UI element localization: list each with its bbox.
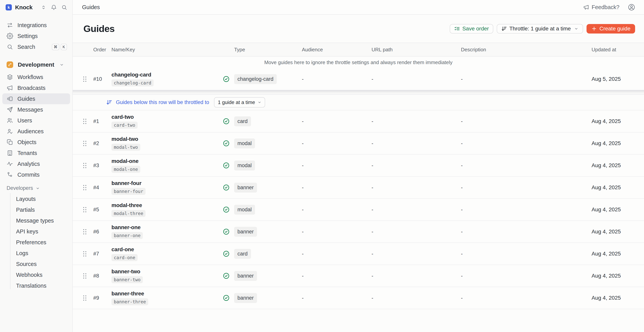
drag-handle-icon[interactable] [83,251,93,256]
sidebar-item-sources[interactable]: Sources [0,259,72,269]
guide-updated-at: Aug 4, 2025 [592,140,644,146]
feedback-button[interactable]: Feedback? [583,4,620,11]
sidebar-item-api-keys[interactable]: API keys [0,226,72,237]
guide-name[interactable]: modal-three [112,202,142,208]
sidebar-item-workflows[interactable]: Workflows [2,72,70,83]
sidebar-item-layouts[interactable]: Layouts [0,193,72,204]
sidebar-item-settings[interactable]: Settings [2,31,70,42]
sidebar-item-message-types[interactable]: Message types [0,215,72,226]
guide-table-row[interactable]: #2 modal-two modal-two modal - - - Aug 4… [73,133,644,155]
sidebar-item-label: Search [18,44,48,50]
throttle-select-value: 1 guide at a time [218,99,255,105]
drag-handle-icon[interactable] [83,77,93,82]
search-icon [6,44,13,50]
sidebar-item-analytics[interactable]: Analytics [2,158,70,169]
guide-name[interactable]: banner-two [112,268,140,275]
guide-key-badge: changelog-card [112,79,154,86]
col-name-key: Name/Key [112,47,222,53]
create-guide-button[interactable]: Create guide [586,24,635,34]
sidebar-item-logs[interactable]: Logs [0,248,72,259]
guide-name[interactable]: card-one [112,246,134,253]
drag-handle-icon[interactable] [83,119,93,124]
guide-name[interactable]: changelog-card [112,72,151,78]
guide-audience: - [302,273,372,279]
throttle-settings-button[interactable]: Throttle: 1 guide at a time [497,24,583,34]
guide-name[interactable]: modal-one [112,158,138,164]
drag-handle-icon[interactable] [83,163,93,168]
guide-description: - [461,251,592,257]
guide-table-row[interactable]: #7 card-one card-one card - - - Aug 4, 2… [73,243,644,265]
sidebar-item-preferences[interactable]: Preferences [0,237,72,248]
drag-handle-icon[interactable] [83,207,93,212]
guide-key-badge: modal-three [112,210,146,217]
breadcrumb: Guides [82,4,100,11]
megaphone-icon [6,85,13,91]
guide-name[interactable]: banner-one [112,224,140,230]
sidebar-item-guides[interactable]: Guides [2,93,70,104]
drag-handle-icon[interactable] [83,141,93,146]
save-order-button[interactable]: Save order [450,24,493,34]
topbar: Guides Feedback? [73,0,644,15]
guide-description: - [461,76,592,82]
guide-table-row[interactable]: #8 banner-two banner-two banner - - - Au… [73,265,644,287]
workspace[interactable]: k Knock [6,4,32,11]
environment-name: Development [18,61,54,68]
page-title: Guides [84,23,114,34]
guide-audience: - [302,118,372,124]
drag-handle-icon[interactable] [83,295,93,301]
chevron-down-icon [257,100,262,104]
guide-updated-at: Aug 4, 2025 [592,295,644,301]
guide-name[interactable]: modal-two [112,136,138,142]
guide-type-badge: banner [234,227,257,237]
guide-table-row[interactable]: #3 modal-one modal-one modal - - - Aug 4… [73,155,644,177]
workspace-selector-icon[interactable] [41,5,46,10]
guide-active-check-icon [222,272,234,279]
app-root: k Knock Integrations [0,0,644,332]
drag-handle-icon[interactable] [83,273,93,278]
git-commit-icon [6,171,13,178]
create-guide-label: Create guide [600,26,630,32]
guide-name[interactable]: banner-three [112,290,144,297]
sidebar-item-objects[interactable]: Objects [2,137,70,148]
guide-name[interactable]: banner-four [112,180,142,186]
guide-table-row[interactable]: #1 card-two card-two card - - - Aug 4, 2… [73,110,644,133]
guide-type-badge: modal [234,205,255,215]
environment-switcher[interactable]: Development [2,59,70,71]
guide-audience: - [302,163,372,169]
sidebar-item-integrations[interactable]: Integrations [2,20,70,31]
guide-table-row[interactable]: #5 modal-three modal-three modal - - - A… [73,199,644,221]
sidebar-item-tenants[interactable]: Tenants [2,148,70,158]
sidebar-item-broadcasts[interactable]: Broadcasts [2,83,70,93]
sidebar-item-webhooks[interactable]: Webhooks [0,269,72,280]
drag-handle-icon[interactable] [83,185,93,190]
sidebar-item-label: Tenants [18,150,37,156]
guide-url-path: - [372,251,461,257]
guide-url-path: - [372,140,461,146]
guide-updated-at: Aug 4, 2025 [592,273,644,279]
guide-url-path: - [372,163,461,169]
user-avatar-icon[interactable] [628,3,636,11]
guide-order: #9 [93,295,112,301]
guide-table-row[interactable]: #4 banner-four banner-four banner - - - … [73,177,644,199]
guide-table-row[interactable]: #9 banner-three banner-three banner - - … [73,287,644,309]
guide-table-row[interactable]: #6 banner-one banner-one banner - - - Au… [73,221,644,243]
sidebar-item-messages[interactable]: Messages [2,104,70,115]
sidebar-item-users[interactable]: Users [2,115,70,126]
guide-table-row[interactable]: #10 changelog-card changelog-card change… [73,68,644,90]
guide-type-badge: banner [234,183,257,193]
col-updated-at: Updated at [592,47,644,53]
drag-handle-icon[interactable] [83,229,93,234]
col-type: Type [234,47,302,53]
sidebar-item-search[interactable]: Search ⌘ K [2,42,70,52]
sidebar-item-audiences[interactable]: Audiences [2,126,70,137]
sidebar-item-partials[interactable]: Partials [0,204,72,215]
search-icon[interactable] [61,4,67,11]
developers-section-toggle[interactable]: Developers [6,185,72,191]
guide-active-check-icon [222,294,234,301]
sidebar-item-translations[interactable]: Translations [0,280,72,291]
sidebar-item-commits[interactable]: Commits [2,169,70,180]
throttle-amount-select[interactable]: 1 guide at a time [214,97,265,108]
guide-url-path: - [372,273,461,279]
notifications-bell-icon[interactable] [51,4,57,11]
guide-name[interactable]: card-two [112,114,134,120]
